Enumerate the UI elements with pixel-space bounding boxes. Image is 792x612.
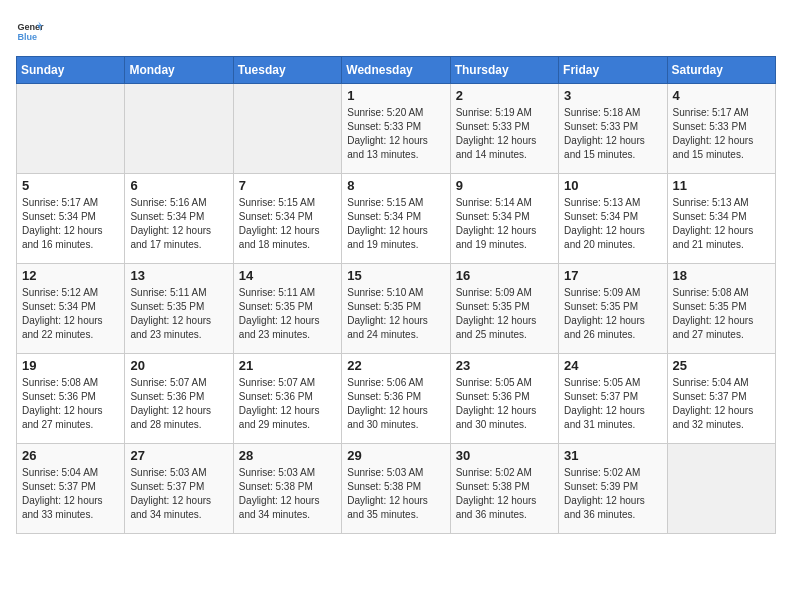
cell-info: Sunrise: 5:15 AM Sunset: 5:34 PM Dayligh… (239, 196, 336, 252)
page-header: General Blue (16, 16, 776, 44)
calendar-cell: 22Sunrise: 5:06 AM Sunset: 5:36 PM Dayli… (342, 354, 450, 444)
calendar-cell: 31Sunrise: 5:02 AM Sunset: 5:39 PM Dayli… (559, 444, 667, 534)
calendar-cell: 24Sunrise: 5:05 AM Sunset: 5:37 PM Dayli… (559, 354, 667, 444)
cell-info: Sunrise: 5:08 AM Sunset: 5:36 PM Dayligh… (22, 376, 119, 432)
day-number: 19 (22, 358, 119, 373)
logo: General Blue (16, 16, 44, 44)
cell-info: Sunrise: 5:20 AM Sunset: 5:33 PM Dayligh… (347, 106, 444, 162)
cell-info: Sunrise: 5:07 AM Sunset: 5:36 PM Dayligh… (130, 376, 227, 432)
weekday-header-thursday: Thursday (450, 57, 558, 84)
week-row-5: 26Sunrise: 5:04 AM Sunset: 5:37 PM Dayli… (17, 444, 776, 534)
calendar-cell: 3Sunrise: 5:18 AM Sunset: 5:33 PM Daylig… (559, 84, 667, 174)
day-number: 26 (22, 448, 119, 463)
day-number: 14 (239, 268, 336, 283)
cell-info: Sunrise: 5:18 AM Sunset: 5:33 PM Dayligh… (564, 106, 661, 162)
day-number: 17 (564, 268, 661, 283)
week-row-3: 12Sunrise: 5:12 AM Sunset: 5:34 PM Dayli… (17, 264, 776, 354)
day-number: 5 (22, 178, 119, 193)
day-number: 21 (239, 358, 336, 373)
calendar-cell: 8Sunrise: 5:15 AM Sunset: 5:34 PM Daylig… (342, 174, 450, 264)
cell-info: Sunrise: 5:11 AM Sunset: 5:35 PM Dayligh… (239, 286, 336, 342)
calendar-cell: 26Sunrise: 5:04 AM Sunset: 5:37 PM Dayli… (17, 444, 125, 534)
cell-info: Sunrise: 5:12 AM Sunset: 5:34 PM Dayligh… (22, 286, 119, 342)
calendar-cell: 27Sunrise: 5:03 AM Sunset: 5:37 PM Dayli… (125, 444, 233, 534)
weekday-header-saturday: Saturday (667, 57, 775, 84)
day-number: 10 (564, 178, 661, 193)
calendar-cell: 18Sunrise: 5:08 AM Sunset: 5:35 PM Dayli… (667, 264, 775, 354)
calendar-cell: 20Sunrise: 5:07 AM Sunset: 5:36 PM Dayli… (125, 354, 233, 444)
cell-info: Sunrise: 5:19 AM Sunset: 5:33 PM Dayligh… (456, 106, 553, 162)
cell-info: Sunrise: 5:05 AM Sunset: 5:37 PM Dayligh… (564, 376, 661, 432)
calendar-cell: 28Sunrise: 5:03 AM Sunset: 5:38 PM Dayli… (233, 444, 341, 534)
cell-info: Sunrise: 5:10 AM Sunset: 5:35 PM Dayligh… (347, 286, 444, 342)
day-number: 4 (673, 88, 770, 103)
cell-info: Sunrise: 5:02 AM Sunset: 5:39 PM Dayligh… (564, 466, 661, 522)
calendar-cell (233, 84, 341, 174)
calendar-cell: 17Sunrise: 5:09 AM Sunset: 5:35 PM Dayli… (559, 264, 667, 354)
day-number: 16 (456, 268, 553, 283)
logo-icon: General Blue (16, 16, 44, 44)
calendar-cell: 1Sunrise: 5:20 AM Sunset: 5:33 PM Daylig… (342, 84, 450, 174)
day-number: 25 (673, 358, 770, 373)
week-row-1: 1Sunrise: 5:20 AM Sunset: 5:33 PM Daylig… (17, 84, 776, 174)
calendar-cell: 11Sunrise: 5:13 AM Sunset: 5:34 PM Dayli… (667, 174, 775, 264)
calendar-cell: 19Sunrise: 5:08 AM Sunset: 5:36 PM Dayli… (17, 354, 125, 444)
day-number: 22 (347, 358, 444, 373)
calendar-cell: 4Sunrise: 5:17 AM Sunset: 5:33 PM Daylig… (667, 84, 775, 174)
day-number: 3 (564, 88, 661, 103)
day-number: 27 (130, 448, 227, 463)
day-number: 7 (239, 178, 336, 193)
calendar-cell: 14Sunrise: 5:11 AM Sunset: 5:35 PM Dayli… (233, 264, 341, 354)
calendar-cell: 12Sunrise: 5:12 AM Sunset: 5:34 PM Dayli… (17, 264, 125, 354)
cell-info: Sunrise: 5:08 AM Sunset: 5:35 PM Dayligh… (673, 286, 770, 342)
day-number: 23 (456, 358, 553, 373)
cell-info: Sunrise: 5:15 AM Sunset: 5:34 PM Dayligh… (347, 196, 444, 252)
cell-info: Sunrise: 5:13 AM Sunset: 5:34 PM Dayligh… (564, 196, 661, 252)
calendar-cell: 6Sunrise: 5:16 AM Sunset: 5:34 PM Daylig… (125, 174, 233, 264)
calendar-cell: 30Sunrise: 5:02 AM Sunset: 5:38 PM Dayli… (450, 444, 558, 534)
day-number: 28 (239, 448, 336, 463)
weekday-header-friday: Friday (559, 57, 667, 84)
day-number: 29 (347, 448, 444, 463)
calendar-cell (667, 444, 775, 534)
calendar-cell (125, 84, 233, 174)
calendar-cell: 29Sunrise: 5:03 AM Sunset: 5:38 PM Dayli… (342, 444, 450, 534)
cell-info: Sunrise: 5:13 AM Sunset: 5:34 PM Dayligh… (673, 196, 770, 252)
calendar-cell: 16Sunrise: 5:09 AM Sunset: 5:35 PM Dayli… (450, 264, 558, 354)
cell-info: Sunrise: 5:03 AM Sunset: 5:38 PM Dayligh… (347, 466, 444, 522)
day-number: 6 (130, 178, 227, 193)
weekday-header-monday: Monday (125, 57, 233, 84)
cell-info: Sunrise: 5:16 AM Sunset: 5:34 PM Dayligh… (130, 196, 227, 252)
week-row-2: 5Sunrise: 5:17 AM Sunset: 5:34 PM Daylig… (17, 174, 776, 264)
calendar-cell: 5Sunrise: 5:17 AM Sunset: 5:34 PM Daylig… (17, 174, 125, 264)
cell-info: Sunrise: 5:09 AM Sunset: 5:35 PM Dayligh… (456, 286, 553, 342)
weekday-header-wednesday: Wednesday (342, 57, 450, 84)
cell-info: Sunrise: 5:02 AM Sunset: 5:38 PM Dayligh… (456, 466, 553, 522)
calendar-cell: 13Sunrise: 5:11 AM Sunset: 5:35 PM Dayli… (125, 264, 233, 354)
day-number: 18 (673, 268, 770, 283)
cell-info: Sunrise: 5:09 AM Sunset: 5:35 PM Dayligh… (564, 286, 661, 342)
calendar-cell: 9Sunrise: 5:14 AM Sunset: 5:34 PM Daylig… (450, 174, 558, 264)
day-number: 20 (130, 358, 227, 373)
cell-info: Sunrise: 5:17 AM Sunset: 5:34 PM Dayligh… (22, 196, 119, 252)
cell-info: Sunrise: 5:04 AM Sunset: 5:37 PM Dayligh… (22, 466, 119, 522)
calendar-cell: 25Sunrise: 5:04 AM Sunset: 5:37 PM Dayli… (667, 354, 775, 444)
day-number: 11 (673, 178, 770, 193)
cell-info: Sunrise: 5:06 AM Sunset: 5:36 PM Dayligh… (347, 376, 444, 432)
day-number: 13 (130, 268, 227, 283)
cell-info: Sunrise: 5:14 AM Sunset: 5:34 PM Dayligh… (456, 196, 553, 252)
cell-info: Sunrise: 5:03 AM Sunset: 5:37 PM Dayligh… (130, 466, 227, 522)
cell-info: Sunrise: 5:17 AM Sunset: 5:33 PM Dayligh… (673, 106, 770, 162)
cell-info: Sunrise: 5:11 AM Sunset: 5:35 PM Dayligh… (130, 286, 227, 342)
day-number: 2 (456, 88, 553, 103)
cell-info: Sunrise: 5:05 AM Sunset: 5:36 PM Dayligh… (456, 376, 553, 432)
calendar-cell: 10Sunrise: 5:13 AM Sunset: 5:34 PM Dayli… (559, 174, 667, 264)
weekday-header-tuesday: Tuesday (233, 57, 341, 84)
calendar-table: SundayMondayTuesdayWednesdayThursdayFrid… (16, 56, 776, 534)
cell-info: Sunrise: 5:07 AM Sunset: 5:36 PM Dayligh… (239, 376, 336, 432)
svg-text:Blue: Blue (17, 32, 37, 42)
week-row-4: 19Sunrise: 5:08 AM Sunset: 5:36 PM Dayli… (17, 354, 776, 444)
day-number: 30 (456, 448, 553, 463)
day-number: 31 (564, 448, 661, 463)
calendar-cell: 23Sunrise: 5:05 AM Sunset: 5:36 PM Dayli… (450, 354, 558, 444)
